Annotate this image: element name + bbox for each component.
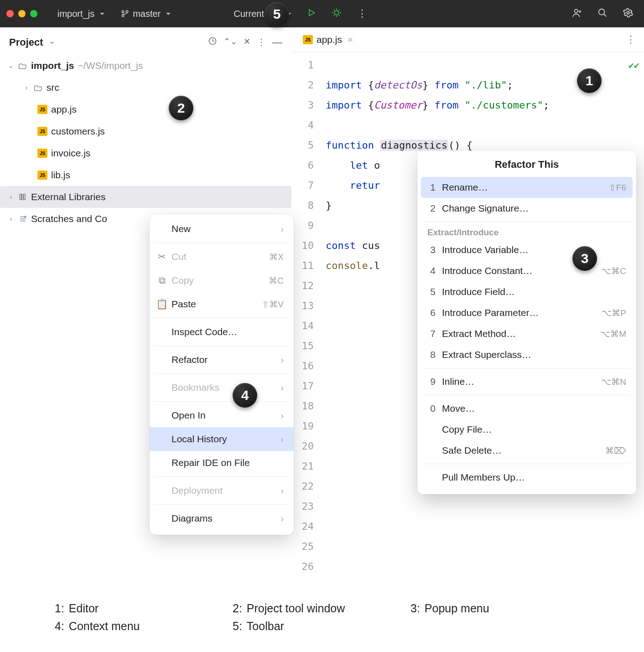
shortcut: ⌥⌘P [602,308,626,318]
branch-dropdown[interactable]: master [115,6,175,21]
svg-marker-3 [309,10,315,16]
zoom-window-icon[interactable] [30,10,37,17]
minimize-window-icon[interactable] [18,10,26,17]
project-dropdown[interactable]: import_js [53,6,109,21]
legend-item-2: 2:Project tool window [233,602,410,615]
refactor-extract-method[interactable]: 7Extract Method…⌥⌘M [417,323,636,344]
context-menu-diagrams[interactable]: Diagrams› [150,507,294,530]
code-token: } [422,79,428,91]
refactor-introduce-variable[interactable]: 3Introduce Variable… [417,239,636,260]
panel-options-icon[interactable]: ⋮ [257,36,266,48]
js-file-icon: JS [303,35,313,44]
search-everywhere-button[interactable] [593,5,612,22]
refactor-introduce-parameter[interactable]: 6Introduce Parameter…⌥⌘P [417,302,636,323]
project-view-dropdown[interactable] [47,38,54,47]
context-menu-deployment[interactable]: Deployment› [150,479,294,502]
code-token: let [350,160,368,171]
chevron-right-icon: › [280,354,284,365]
gear-icon [623,8,633,20]
debug-button[interactable] [327,5,346,22]
menu-label: Open In [171,410,276,421]
folder-icon [34,83,43,92]
copy-icon: ⧉ [157,275,167,286]
refactor-copy-file[interactable]: Copy File… [417,419,636,440]
line-number: 3 [292,95,314,115]
tree-file-invoice[interactable]: JS invoice.js [0,142,291,164]
close-tab-icon[interactable]: × [348,34,353,45]
branch-icon [120,9,130,19]
refactor-pull-members-up[interactable]: Pull Members Up… [417,467,636,488]
tree-file-app[interactable]: JS app.js [0,98,291,120]
collapse-all-icon[interactable]: ✕ [244,36,250,48]
mnemonic: 2 [427,203,436,214]
svg-rect-10 [22,194,23,200]
refactor-safe-delete[interactable]: Safe Delete…⌘⌦ [417,440,636,461]
context-menu-open-in[interactable]: Open In› [150,404,294,427]
settings-button[interactable] [618,5,638,22]
callout-3: 3 [572,246,597,271]
refactor-extract-superclass[interactable]: 8Extract Superclass… [417,344,636,365]
chevron-right-icon: › [280,223,284,234]
tree-file-lib[interactable]: JS lib.js [0,164,291,186]
refactor-inline[interactable]: 9Inline…⌥⌘N [417,371,636,392]
search-icon [597,8,608,20]
chevron-right-icon[interactable]: › [7,193,15,201]
chevron-right-icon[interactable]: › [7,215,15,223]
run-button[interactable] [302,6,321,22]
tree-root[interactable]: ⌄ import_js ~/WS/import_js [0,55,291,77]
context-menu: New› ✂Cut⌘X ⧉Copy⌘C 📋Paste⇧⌘V Inspect Co… [150,214,294,535]
editor-tab-app[interactable]: JS app.js × [300,32,356,47]
code-token: from [434,79,458,91]
tree-external-libraries[interactable]: › External Libraries [0,186,291,208]
svg-point-6 [599,9,605,15]
code-token: const [326,240,356,251]
context-menu-paste[interactable]: 📋Paste⇧⌘V [150,292,294,316]
context-menu-copy[interactable]: ⧉Copy⌘C [150,269,294,292]
editor-more-icon[interactable]: ⋮ [626,34,636,46]
svg-point-5 [575,9,578,12]
tree-file-customers[interactable]: JS customers.js [0,120,291,142]
callout-5: 5 [265,2,289,26]
refactor-introduce-field[interactable]: 5Introduce Field… [417,281,636,302]
expand-collapse-icon[interactable]: ⌃⌄ [223,36,237,48]
refactor-change-signature[interactable]: 2Change Signature… [417,198,636,219]
code-token: cus [362,240,380,251]
context-menu-new[interactable]: New› [150,217,294,241]
menu-label: Refactor [171,354,276,365]
chevron-right-icon[interactable]: › [23,84,30,91]
line-number: 6 [292,155,314,176]
chevron-down-icon[interactable]: ⌄ [7,62,15,69]
mnemonic: 6 [427,307,436,318]
menu-label: Change Signature… [442,203,626,214]
context-menu-local-history[interactable]: Local History› [150,427,294,451]
menu-label: Introduce Constant… [442,265,595,276]
more-run-button[interactable]: ⋮ [353,5,372,22]
hide-panel-icon[interactable]: — [272,36,282,48]
code-with-me-button[interactable] [567,5,587,22]
shortcut: ⌥⌘M [600,329,626,339]
legend: 1:Editor 2:Project tool window 3:Popup m… [55,602,588,633]
file-name: app.js [51,104,77,115]
callout-1: 1 [577,68,602,93]
select-opened-file-icon[interactable] [208,36,217,48]
refactor-introduce-constant[interactable]: 4Introduce Constant…⌥⌘C [417,260,636,281]
inspections-ok-icon[interactable]: ✔✔ [628,55,639,75]
tree-folder-src[interactable]: › src [0,77,291,98]
context-menu-bookmarks[interactable]: Bookmarks› [150,376,294,399]
context-menu-cut[interactable]: ✂Cut⌘X [150,245,294,269]
refactor-move[interactable]: 0Move… [417,398,636,419]
mnemonic: 0 [427,403,436,414]
context-menu-inspect-code[interactable]: Inspect Code… [150,320,294,344]
code-token: import [326,79,362,91]
project-tree: ⌄ import_js ~/WS/import_js › src JS app.… [0,55,291,230]
code-token: . [368,260,374,271]
context-menu-repair-ide[interactable]: Repair IDE on File [150,451,294,475]
close-window-icon[interactable] [6,10,14,17]
paste-icon: 📋 [157,299,167,310]
menu-label: Cut [171,251,265,262]
code-token: detectOs [374,79,422,91]
refactor-rename[interactable]: 1Rename…⇧F6 [421,177,633,198]
context-menu-refactor[interactable]: Refactor› [150,348,294,372]
mnemonic: 8 [427,349,436,360]
menu-label: Deployment [171,485,276,496]
